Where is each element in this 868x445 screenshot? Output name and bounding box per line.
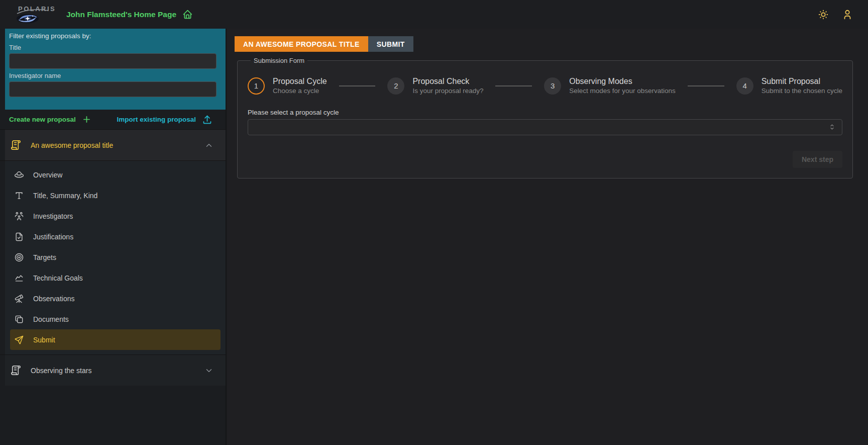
step-subtitle: Is your proposal ready? xyxy=(412,86,483,96)
main-content: AN AWESOME PROPOSAL TITLE SUBMIT Submiss… xyxy=(228,29,868,445)
filter-investigator-label: Investigator name xyxy=(9,72,216,79)
chevron-down-icon[interactable] xyxy=(204,366,213,375)
filter-investigator-input[interactable] xyxy=(9,81,216,97)
home-icon xyxy=(182,9,193,20)
submission-form-legend: Submission Form xyxy=(251,57,307,64)
step-proposal-check: 2 Proposal Check Is your proposal ready? xyxy=(387,76,483,96)
scroll-icon xyxy=(10,365,22,376)
sidebar-item-submit[interactable]: Submit xyxy=(10,329,221,350)
sun-icon xyxy=(818,9,829,20)
tab-submit[interactable]: SUBMIT xyxy=(368,36,413,52)
proposal-tabs: AN AWESOME PROPOSAL TITLE SUBMIT xyxy=(235,36,868,52)
sidebar-item-label: Targets xyxy=(33,253,56,261)
step-title: Proposal Check xyxy=(412,76,483,86)
home-page-title: John Flamsteed's Home Page xyxy=(66,10,176,19)
sidebar: Filter existing proposals by: Title Inve… xyxy=(0,29,227,445)
theme-toggle-button[interactable] xyxy=(818,9,829,20)
proposal-group-title: An awesome proposal title xyxy=(31,141,113,149)
proposal-cycle-select-label: Please select a proposal cycle xyxy=(248,109,842,116)
target-icon xyxy=(14,252,24,262)
header-actions xyxy=(818,9,853,20)
letter-t-icon xyxy=(14,191,24,201)
step-submit-proposal: 4 Submit Proposal Submit to the chosen c… xyxy=(736,76,842,96)
filter-panel: Filter existing proposals by: Title Inve… xyxy=(5,29,226,110)
step-separator xyxy=(339,85,376,86)
sidebar-item-label: Submit xyxy=(33,336,55,344)
polaris-logo[interactable]: POLARIS xyxy=(14,3,50,27)
selector-icon xyxy=(828,123,836,131)
plus-icon xyxy=(82,115,91,124)
send-icon xyxy=(14,335,24,345)
filter-title-input[interactable] xyxy=(9,53,216,69)
sidebar-item-documents[interactable]: Documents xyxy=(10,309,221,329)
filter-heading: Filter existing proposals by: xyxy=(9,32,216,40)
upload-icon xyxy=(202,114,212,125)
step-separator xyxy=(495,85,532,86)
next-step-button[interactable]: Next step xyxy=(793,151,842,168)
sidebar-item-label: Documents xyxy=(33,315,69,323)
users-group-icon xyxy=(14,211,24,221)
submission-stepper: 1 Proposal Cycle Choose a cycle 2 Propos… xyxy=(248,76,842,96)
tab-proposal-title[interactable]: AN AWESOME PROPOSAL TITLE xyxy=(235,36,368,52)
sidebar-item-observations[interactable]: Observations xyxy=(10,288,221,309)
proposal-cycle-select[interactable] xyxy=(248,119,842,135)
sidebar-item-label: Justifications xyxy=(33,233,73,241)
chevron-up-icon[interactable] xyxy=(204,141,213,150)
step-title: Observing Modes xyxy=(569,76,676,86)
filter-title-label: Title xyxy=(9,44,216,51)
sidebar-item-label: Investigators xyxy=(33,212,73,220)
sidebar-item-label: Technical Goals xyxy=(33,274,83,282)
proposal-actions-row: Create new proposal Import existing prop… xyxy=(0,110,226,129)
submission-form: Submission Form 1 Proposal Cycle Choose … xyxy=(237,57,853,179)
proposal-group-header-observing-stars[interactable]: Observing the stars xyxy=(5,355,226,386)
step-number: 1 xyxy=(248,77,265,95)
proposal-nav-items: Overview Title, Summary, Kind Investigat… xyxy=(5,161,226,354)
create-new-proposal-label: Create new proposal xyxy=(9,116,76,123)
sidebar-item-label: Overview xyxy=(33,171,62,179)
sidebar-item-technical-goals[interactable]: Technical Goals xyxy=(10,268,221,288)
import-existing-proposal-button[interactable]: Import existing proposal xyxy=(117,114,212,125)
documents-icon xyxy=(14,314,24,324)
step-subtitle: Select modes for your observations xyxy=(569,86,676,96)
user-menu-button[interactable] xyxy=(842,9,853,20)
sidebar-item-targets[interactable]: Targets xyxy=(10,247,221,268)
step-number: 4 xyxy=(736,77,753,95)
step-number: 3 xyxy=(544,77,561,95)
sidebar-item-label: Title, Summary, Kind xyxy=(33,192,97,200)
create-new-proposal-button[interactable]: Create new proposal xyxy=(9,115,91,124)
scroll-icon xyxy=(10,139,22,151)
file-check-icon xyxy=(14,232,24,242)
step-separator xyxy=(688,85,724,86)
sidebar-item-overview[interactable]: Overview xyxy=(10,164,221,185)
import-existing-proposal-label: Import existing proposal xyxy=(117,116,196,123)
sidebar-item-label: Observations xyxy=(33,295,74,303)
step-title: Proposal Cycle xyxy=(273,76,327,86)
form-actions: Next step xyxy=(248,151,842,168)
telescope-icon xyxy=(14,294,24,304)
sidebar-item-justifications[interactable]: Justifications xyxy=(10,226,221,247)
step-proposal-cycle: 1 Proposal Cycle Choose a cycle xyxy=(248,76,327,96)
app-header: POLARIS John Flamsteed's Home Page xyxy=(0,0,868,29)
user-icon xyxy=(842,9,853,20)
step-observing-modes: 3 Observing Modes Select modes for your … xyxy=(544,76,676,96)
proposal-group-header-awesome[interactable]: An awesome proposal title xyxy=(5,130,226,160)
step-subtitle: Choose a cycle xyxy=(273,86,327,96)
proposal-group-title: Observing the stars xyxy=(31,367,91,375)
step-title: Submit Proposal xyxy=(762,76,842,86)
home-page-link[interactable]: John Flamsteed's Home Page xyxy=(66,9,193,20)
ufo-icon xyxy=(14,170,24,180)
chart-line-icon xyxy=(14,273,24,283)
sidebar-item-investigators[interactable]: Investigators xyxy=(10,206,221,226)
step-subtitle: Submit to the chosen cycle xyxy=(762,86,842,96)
galaxy-icon xyxy=(14,11,41,26)
sidebar-item-title-summary-kind[interactable]: Title, Summary, Kind xyxy=(10,185,221,206)
step-number: 2 xyxy=(387,77,404,95)
